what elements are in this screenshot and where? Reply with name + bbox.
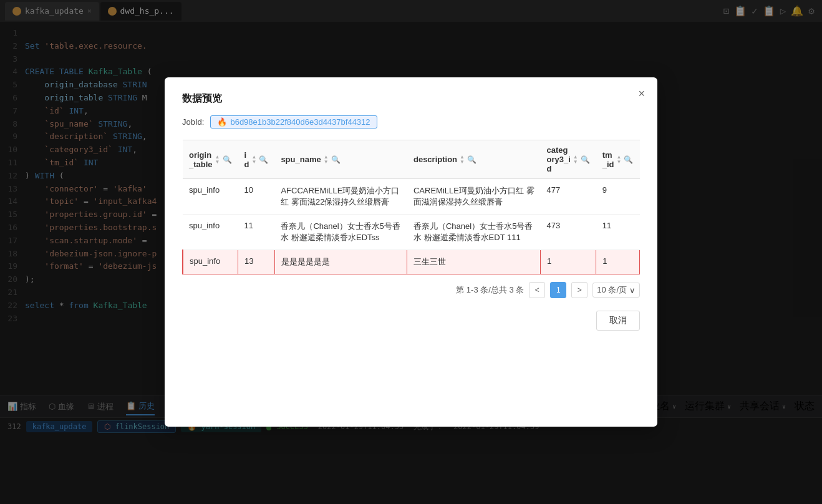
jobid-label: JobId: [182, 117, 204, 127]
modal-footer: 取消 [182, 311, 640, 331]
table-row: spu_info10AFCCAREMiLLE珂曼奶油小方口红 雾面滋22保湿持久… [183, 179, 640, 215]
current-page-button[interactable]: 1 [550, 282, 566, 298]
cell-id-2: 13 [238, 250, 275, 274]
search-tm-id-icon[interactable]: 🔍 [624, 155, 633, 164]
search-spu-name-icon[interactable]: 🔍 [331, 155, 341, 164]
jobid-row: JobId: 🔥 b6d98e1b3b22f840d6e3d4437bf4431… [182, 115, 640, 128]
cell-origin_table-2: spu_info [183, 250, 238, 274]
col-spu-name-label: spu_name [281, 155, 321, 164]
search-category3-id-icon[interactable]: 🔍 [581, 155, 590, 164]
data-table: origin_table ▲▼ 🔍 id ▲▼ 🔍 [182, 140, 640, 274]
next-page-button[interactable]: > [571, 282, 587, 298]
cell-tm_id-2: 1 [596, 250, 640, 274]
col-tm-id: tm_id ▲▼ 🔍 [596, 140, 640, 179]
page-size-chevron: ∨ [629, 286, 636, 295]
search-origin-table-icon[interactable]: 🔍 [223, 155, 232, 164]
modal-title: 数据预览 [182, 92, 640, 105]
search-id-icon[interactable]: 🔍 [259, 155, 268, 164]
table-header-row: origin_table ▲▼ 🔍 id ▲▼ 🔍 [183, 140, 640, 179]
pagination-bar: 第 1-3 条/总共 3 条 < 1 > 10 条/页 ∨ [182, 274, 640, 301]
table-row: spu_info11香奈儿（Chanel）女士香水5号香水 粉邂逅柔情淡香水ED… [183, 215, 640, 250]
col-id-label: id [244, 150, 249, 169]
col-spu-name: spu_name ▲▼ 🔍 [274, 140, 407, 179]
col-description: description ▲▼ 🔍 [407, 140, 541, 179]
cell-origin_table-1: spu_info [183, 215, 238, 250]
modal-overlay: 数据预览 × JobId: 🔥 b6d98e1b3b22f840d6e3d443… [0, 0, 822, 504]
search-description-icon[interactable]: 🔍 [467, 155, 476, 164]
sort-category3-id[interactable]: ▲▼ [573, 155, 578, 165]
cell-description-1: 香奈儿（Chanel）女士香水5号香水 粉邂逅柔情淡香水EDT 111 [407, 215, 541, 250]
col-origin-table: origin_table ▲▼ 🔍 [183, 140, 238, 179]
cell-description-0: CAREMiLLE珂曼奶油小方口红 雾面滋润保湿持久丝缎唇膏 [407, 179, 541, 215]
col-description-label: description [413, 155, 457, 164]
col-tm-id-label: tm_id [602, 150, 614, 169]
prev-page-button[interactable]: < [529, 282, 545, 298]
data-preview-modal: 数据预览 × JobId: 🔥 b6d98e1b3b22f840d6e3d443… [165, 77, 657, 427]
sort-origin-table[interactable]: ▲▼ [215, 155, 220, 165]
cell-origin_table-0: spu_info [183, 179, 238, 215]
cell-tm_id-0: 9 [596, 179, 640, 215]
col-id: id ▲▼ 🔍 [238, 140, 275, 179]
sort-description[interactable]: ▲▼ [460, 155, 465, 165]
col-category3-id-label: category3_id [547, 145, 571, 173]
cell-spu_name-2: 是是是是是是 [274, 250, 407, 274]
sort-spu-name[interactable]: ▲▼ [324, 155, 329, 165]
cell-id-1: 11 [238, 215, 275, 250]
jobid-value: b6d98e1b3b22f840d6e3d4437bf44312 [230, 117, 370, 127]
sort-tm-id[interactable]: ▲▼ [617, 155, 622, 165]
page-size-select[interactable]: 10 条/页 ∨ [592, 283, 640, 298]
cancel-button[interactable]: 取消 [596, 311, 640, 331]
sort-id[interactable]: ▲▼ [251, 155, 256, 165]
flame-icon: 🔥 [217, 117, 227, 127]
jobid-badge: 🔥 b6d98e1b3b22f840d6e3d4437bf44312 [210, 115, 377, 128]
cell-id-0: 10 [238, 179, 275, 215]
cell-description-2: 三生三世 [407, 250, 541, 274]
col-origin-table-label: origin_table [189, 150, 213, 169]
page-size-label: 10 条/页 [597, 284, 627, 296]
cell-spu_name-1: 香奈儿（Chanel）女士香水5号香水 粉邂逅柔情淡香水EDTss [274, 215, 407, 250]
col-category3-id: category3_id ▲▼ 🔍 [541, 140, 596, 179]
table-body: spu_info10AFCCAREMiLLE珂曼奶油小方口红 雾面滋22保湿持久… [183, 179, 640, 274]
cell-tm_id-1: 11 [596, 215, 640, 250]
cell-category3_id-1: 473 [541, 215, 596, 250]
pagination-summary: 第 1-3 条/总共 3 条 [456, 284, 524, 296]
cell-spu_name-0: AFCCAREMiLLE珂曼奶油小方口红 雾面滋22保湿持久丝缎唇膏 [274, 179, 407, 215]
cell-category3_id-2: 1 [541, 250, 596, 274]
modal-close-button[interactable]: × [638, 87, 645, 100]
table-row: spu_info13是是是是是是三生三世11 [183, 250, 640, 274]
cell-category3_id-0: 477 [541, 179, 596, 215]
